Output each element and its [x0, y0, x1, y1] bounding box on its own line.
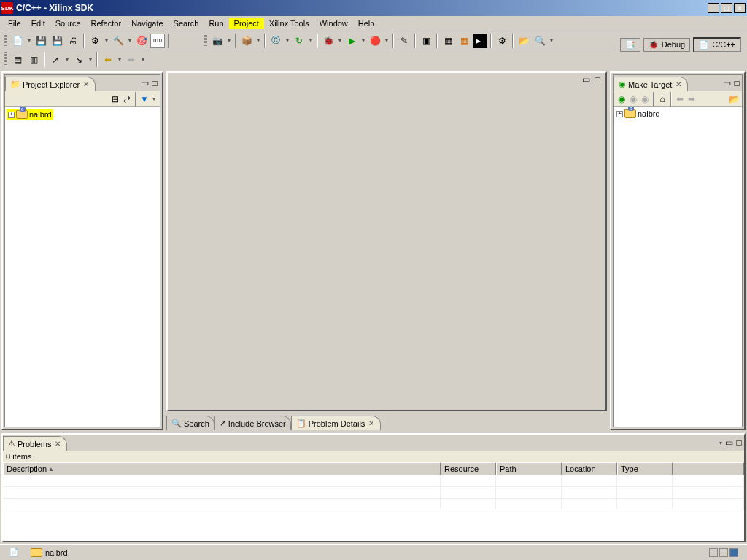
- problems-table-body[interactable]: [3, 475, 744, 541]
- prev-ann-button[interactable]: ↗: [48, 52, 63, 67]
- refresh-button[interactable]: ↻: [292, 34, 306, 48]
- build-config-dropdown[interactable]: ▾: [104, 37, 109, 44]
- edit-target-button[interactable]: ◉: [628, 94, 638, 104]
- toolbar-grip-3[interactable]: [4, 52, 7, 67]
- minimize-button[interactable]: _: [708, 3, 719, 13]
- tab-search[interactable]: 🔍 Search: [166, 416, 214, 430]
- status-icon-1[interactable]: [709, 548, 718, 557]
- print-button[interactable]: 🖨: [66, 34, 80, 48]
- close-icon[interactable]: ✕: [367, 419, 376, 427]
- col-path[interactable]: Path: [496, 462, 562, 475]
- tree-item-naibrd[interactable]: + c naibrd: [615, 109, 740, 119]
- expand-icon[interactable]: +: [616, 111, 623, 117]
- cycle-button[interactable]: ⚙: [495, 34, 509, 48]
- status-item-project[interactable]: naibrd: [25, 548, 74, 557]
- save-all-button[interactable]: 💾: [50, 34, 64, 48]
- make-target-tab[interactable]: ◉ Make Target ✕: [614, 77, 688, 91]
- menu-refactor[interactable]: Refactor: [86, 18, 127, 29]
- tab-problem-details[interactable]: 📋 Problem Details ✕: [291, 416, 382, 430]
- build-target-button[interactable]: 📂: [729, 94, 739, 104]
- make-target-tree[interactable]: + c naibrd: [614, 107, 742, 427]
- next-ann-button[interactable]: ↘: [71, 52, 86, 67]
- run-button[interactable]: ▶: [344, 34, 359, 48]
- ext-run-button[interactable]: 🔴: [368, 34, 382, 48]
- maximize-view-button[interactable]: □: [150, 78, 160, 88]
- nav-fwd-button[interactable]: ➡: [686, 94, 697, 104]
- close-icon[interactable]: ✕: [82, 80, 90, 88]
- chip-button-2[interactable]: ▦: [457, 34, 471, 48]
- back-button[interactable]: ⬅: [101, 52, 115, 67]
- col-type[interactable]: Type: [617, 462, 673, 475]
- maximize-button[interactable]: □: [721, 3, 732, 13]
- delete-target-button[interactable]: ◉: [640, 94, 650, 104]
- debug-perspective[interactable]: 🐞 Debug: [643, 38, 690, 52]
- menu-project[interactable]: Project: [229, 18, 264, 29]
- menu-edit[interactable]: Edit: [26, 18, 50, 29]
- editor-maximize-button[interactable]: □: [592, 74, 603, 85]
- package-button[interactable]: 📦: [239, 34, 254, 48]
- minimize-view-button[interactable]: ▭: [721, 78, 732, 88]
- col-location[interactable]: Location: [562, 462, 617, 475]
- tree-item-naibrd[interactable]: + c naibrd: [7, 109, 53, 120]
- wand-button[interactable]: ✎: [397, 34, 411, 48]
- expand-icon[interactable]: +: [8, 112, 15, 118]
- menu-xilinx-tools[interactable]: Xilinx Tools: [264, 18, 314, 29]
- open-perspective-button[interactable]: 📑: [620, 38, 640, 52]
- view-menu-dropdown[interactable]: ▾: [151, 96, 157, 102]
- open-button[interactable]: 📂: [516, 34, 531, 48]
- col-resource[interactable]: Resource: [441, 462, 496, 475]
- col-description[interactable]: Description ▲: [3, 462, 441, 475]
- build-button[interactable]: 🔨: [111, 34, 125, 48]
- nav-back-button[interactable]: ⬅: [675, 94, 685, 104]
- build-dropdown[interactable]: ▾: [127, 37, 133, 44]
- toolbar-grip[interactable]: [4, 34, 7, 48]
- save-button[interactable]: 💾: [34, 34, 48, 48]
- chip-button[interactable]: ▦: [441, 34, 455, 48]
- target-button[interactable]: 🎯: [134, 34, 149, 48]
- project-explorer-tree[interactable]: + c naibrd: [5, 107, 160, 427]
- close-button[interactable]: ×: [734, 3, 746, 13]
- menu-search[interactable]: Search: [169, 18, 204, 29]
- maximize-view-button[interactable]: □: [732, 78, 742, 88]
- menu-navigate[interactable]: Navigate: [126, 18, 168, 29]
- debug-button[interactable]: 🐞: [321, 34, 336, 48]
- cpp-perspective[interactable]: 📄 C/C++: [693, 37, 741, 52]
- tab-include-browser[interactable]: ↗ Include Browser: [214, 416, 291, 430]
- collapse-all-button[interactable]: ⊟: [110, 94, 120, 104]
- status-icon-2[interactable]: [719, 548, 728, 557]
- new-dropdown[interactable]: ▾: [26, 37, 32, 44]
- problems-tab[interactable]: ⚠ Problems ✕: [3, 436, 67, 451]
- subtype-button[interactable]: ▥: [26, 52, 41, 67]
- editor-minimize-button[interactable]: ▭: [581, 74, 591, 85]
- editor-blank-area[interactable]: [168, 86, 605, 410]
- binary-button[interactable]: 010: [150, 34, 165, 48]
- menu-help[interactable]: Help: [353, 18, 380, 29]
- close-icon[interactable]: ✕: [674, 80, 683, 88]
- tool-c-button[interactable]: Ⓒ: [268, 34, 283, 48]
- new-target-button[interactable]: ◉: [616, 94, 627, 104]
- toolbar-grip-2[interactable]: [204, 34, 207, 48]
- console-button[interactable]: ▶_: [473, 34, 487, 48]
- filter-button[interactable]: ▼: [139, 94, 150, 104]
- menu-window[interactable]: Window: [314, 18, 353, 29]
- col-extra[interactable]: [673, 462, 744, 475]
- terminal-button[interactable]: ▣: [419, 34, 433, 48]
- maximize-view-button[interactable]: □: [734, 438, 744, 448]
- search-tool-button[interactable]: 🔍: [533, 34, 547, 48]
- project-explorer-tab[interactable]: 📁 Project Explorer ✕: [5, 77, 96, 91]
- supertype-button[interactable]: ▤: [10, 52, 25, 67]
- forward-button[interactable]: ➡: [124, 52, 139, 67]
- minimize-view-button[interactable]: ▭: [724, 438, 734, 448]
- status-item-launch[interactable]: 📄: [3, 548, 25, 557]
- menu-run[interactable]: Run: [204, 18, 228, 29]
- build-config-button[interactable]: ⚙: [88, 34, 102, 48]
- home-button[interactable]: ⌂: [657, 94, 667, 104]
- new-button[interactable]: 📄: [10, 34, 25, 48]
- status-icon-3[interactable]: [729, 548, 738, 557]
- menu-file[interactable]: File: [3, 18, 26, 29]
- minimize-view-button[interactable]: ▭: [139, 78, 150, 88]
- close-icon[interactable]: ✕: [53, 440, 62, 448]
- link-editor-button[interactable]: ⇄: [122, 94, 132, 104]
- camera-button[interactable]: 📷: [210, 34, 225, 48]
- menu-source[interactable]: Source: [50, 18, 86, 29]
